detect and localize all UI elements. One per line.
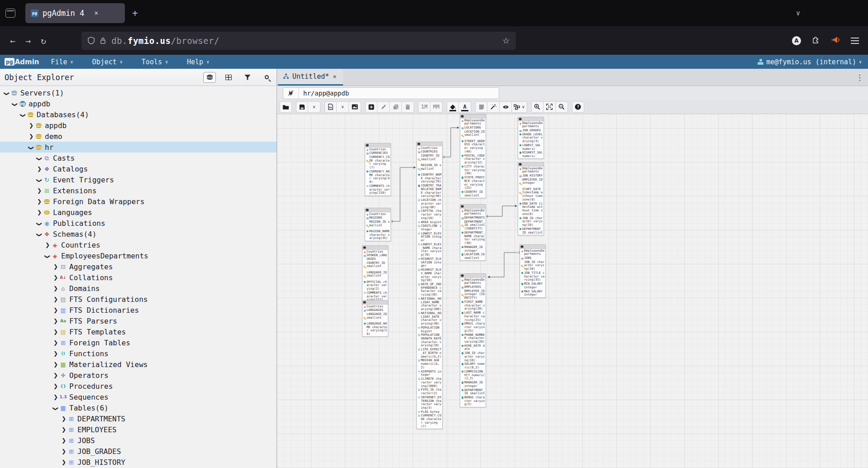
account-icon[interactable]: A [792,36,801,45]
help-button[interactable]: ? [572,101,584,113]
add-note-button[interactable] [475,101,487,113]
tree-item-casts[interactable]: ❯⧉Casts [0,153,277,163]
details-eye-icon[interactable] [461,115,463,117]
filter-icon[interactable] [241,72,254,83]
chevron-collapsed-icon[interactable]: ❯ [61,437,67,444]
lock-icon[interactable] [100,37,106,44]
chevron-collapsed-icon[interactable]: ❯ [52,263,59,270]
tree-item-fts-parsers[interactable]: ❯AaFTS Parsers [0,315,277,326]
tree-item-sequences[interactable]: ❯1.3Sequences [0,392,277,402]
chevron-expanded-icon[interactable]: ❯ [36,232,43,238]
add-table-button[interactable] [365,101,377,113]
erd-tab-close-icon[interactable]: × [333,73,336,80]
erd-table-header[interactable] [365,208,391,212]
browser-menu-icon[interactable] [851,38,859,44]
tree-item-procedures[interactable]: ❯{}Procedures [0,381,277,392]
chevron-collapsed-icon[interactable]: ❯ [44,242,51,248]
erd-table-header[interactable] [417,142,442,146]
tree-item-databases-4-[interactable]: ❯Databases(4) [0,109,277,120]
browser-tab[interactable]: pg pgAdmin 4 × [25,3,125,23]
chevron-expanded-icon[interactable]: ❯ [36,156,43,162]
chevron-collapsed-icon[interactable]: ❯ [36,198,43,205]
chevron-collapsed-icon[interactable]: ❯ [52,318,59,324]
show-details-button[interactable] [500,101,512,113]
menu-file[interactable]: File∨ [51,58,73,66]
erd-table-languages[interactable]: ◈Countries▦LANGUAGESLANGUAGE_ID smallint… [362,300,388,337]
one-to-many-button[interactable]: 1M [418,101,430,113]
tree-item-languages[interactable]: ❯Languages [0,207,277,218]
tree-item-materialized-views[interactable]: ❯▦Materialized Views [0,359,277,370]
erd-table-header[interactable] [460,205,486,209]
erd-table-header[interactable] [518,162,544,167]
chevron-collapsed-icon[interactable]: ❯ [52,274,59,281]
erd-table-currencies[interactable]: ◈Countries▦CURRENCIESCURRENCY_CODE chara… [365,143,391,196]
tree-item-job-grades[interactable]: ❯⊞JOB_GRADES [0,446,277,457]
chevron-expanded-icon[interactable]: ❯ [20,112,26,119]
details-eye-icon[interactable] [519,163,521,165]
erd-table-job_history[interactable]: ◈EmployeesDepartments▦JOB_HISTORYEMPLOYE… [518,162,544,235]
forward-icon[interactable]: → [25,35,31,46]
tab-close-icon[interactable]: × [94,9,98,17]
open-file-button[interactable] [280,101,292,113]
chevron-collapsed-icon[interactable]: ❯ [28,122,34,129]
details-eye-icon[interactable] [366,209,368,211]
details-eye-icon[interactable] [363,301,366,303]
erd-canvas[interactable]: ◈Countries▦CURRENCIESCURRENCY_CODE chara… [277,114,868,468]
tree-item-countries[interactable]: ❯◈Countries [0,239,277,250]
details-eye-icon[interactable] [418,143,420,145]
tree-item-departments[interactable]: ❯⊞DEPARTMENTS [0,413,277,424]
tree-item-appdb[interactable]: ❯pgappdb [0,98,277,109]
erd-document-tab[interactable]: Untitled* × [278,69,343,86]
menu-help[interactable]: Help∨ [187,58,209,66]
chevron-collapsed-icon[interactable]: ❯ [52,329,59,335]
erd-table-departments[interactable]: ◈EmployeesDepartments▦DEPARTMENTSDEPARTM… [460,204,486,261]
details-eye-icon[interactable] [366,144,368,146]
chevron-collapsed-icon[interactable]: ❯ [36,209,43,215]
tree-item-catalogs[interactable]: ❯❖Catalogs [0,163,277,174]
user-menu[interactable]: me@fymio.us (internal) ∨ [758,58,862,66]
cardinality-notation-button[interactable]: ∨ [512,101,527,113]
extensions-puzzle-icon[interactable] [812,36,820,46]
erd-table-locations[interactable]: ◈EmployeesDepartments▦LOCATIONSLOCATION_… [460,114,486,198]
chevron-expanded-icon[interactable]: ❯ [28,145,34,151]
address-bar[interactable]: db.fymio.us/browser/ ☆ [81,32,516,50]
details-eye-icon[interactable] [461,275,463,277]
new-tab-button[interactable]: + [132,8,138,19]
generate-sql-button[interactable]: SQL [324,101,337,113]
erd-table-header[interactable] [362,301,388,305]
search-icon[interactable] [260,72,273,83]
chevron-collapsed-icon[interactable]: ❯ [52,383,59,389]
tree-item-demo[interactable]: ❯demo [0,131,277,142]
erd-table-countries[interactable]: ◈Countries▦COUNTRIESCOUNTRY_ID smallintR… [416,142,443,429]
tree-item-schemas-4-[interactable]: ❯❖Schemas(4) [0,229,277,239]
zoom-in-button[interactable] [531,101,544,113]
zoom-to-fit-button[interactable] [544,101,556,113]
erd-table-header[interactable] [520,245,545,249]
download-image-button[interactable] [349,101,361,113]
tree-item-hr[interactable]: ❯hr [0,142,277,153]
tree-item-jobs[interactable]: ❯⊞JOBS [0,435,277,446]
chevron-collapsed-icon[interactable]: ❯ [36,187,43,194]
chevron-collapsed-icon[interactable]: ❯ [36,166,43,172]
chevron-collapsed-icon[interactable]: ❯ [28,133,34,139]
tree-item-operators[interactable]: ❯✚Operators [0,370,277,381]
tree-item-servers-1-[interactable]: ❯Servers(1) [0,87,277,98]
tree-item-domains[interactable]: ❯⌂Domains [0,283,277,294]
tree-item-tables-6-[interactable]: ❯▦Tables(6) [0,402,277,413]
erd-table-header[interactable] [460,115,486,119]
erd-table-header[interactable] [460,274,486,278]
chevron-expanded-icon[interactable]: ❯ [44,253,51,260]
erd-table-jobs[interactable]: ◈EmployeesDepartments▦JOBSJOB_ID charact… [520,244,546,298]
chevron-expanded-icon[interactable]: ❯ [4,91,10,97]
tree-item-fts-dictionaries[interactable]: ❯▥FTS Dictionaries [0,305,277,315]
chevron-collapsed-icon[interactable]: ❯ [52,394,59,400]
tree-item-foreign-data-wrappers[interactable]: ❯Foreign Data Wrappers [0,196,277,207]
many-to-many-button[interactable]: MM [430,101,443,113]
erd-table-regions[interactable]: ◈Countries▦REGIONSREGION_ID smallintREGI… [365,208,391,241]
text-color-button[interactable]: A [459,101,471,113]
chevron-collapsed-icon[interactable]: ❯ [52,372,59,378]
save-button[interactable] [296,101,308,113]
tree-item-foreign-tables[interactable]: ❯⊞Foreign Tables [0,337,277,348]
tree-item-fts-templates[interactable]: ❯▤FTS Templates [0,326,277,337]
back-icon[interactable]: ← [10,35,15,46]
